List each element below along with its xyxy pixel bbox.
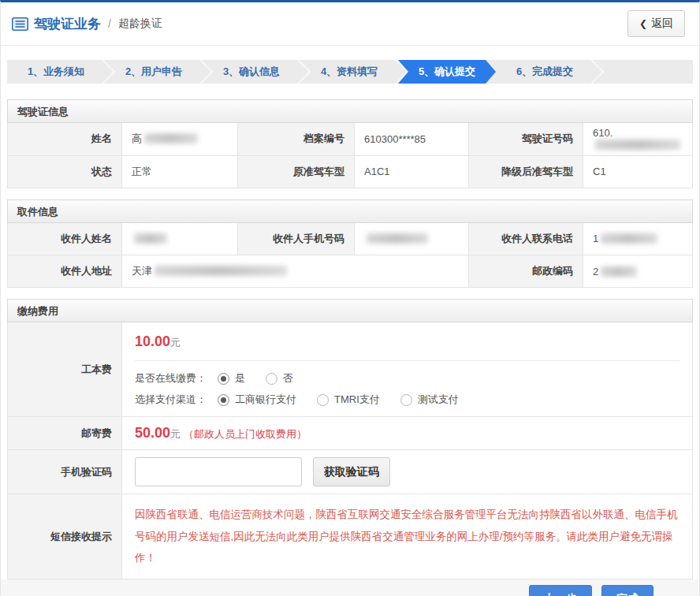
pickup-section-title: 取件信息 [7, 199, 693, 223]
sms-notice-row: 短信接收提示 因陕西省联通、电信运营商技术问题，陕西省互联网交通安全综合服务管理… [8, 494, 693, 579]
postage-fee-amount: 50.00 [135, 425, 170, 441]
postage-fee-unit: 元 [170, 428, 181, 440]
recipient-mobile-value [355, 223, 469, 255]
recipient-name-label: 收件人姓名 [8, 223, 122, 255]
license-info-table: 姓名 高 档案编号 610300****85 驾驶证号码 610. 状态 正常 … [7, 123, 693, 188]
redacted-recipient-name [134, 233, 167, 244]
page: 驾驶证业务 / 超龄换证 ❮ 返回 1、业务须知 2、用户申告 3、确认信息 4… [0, 0, 700, 596]
breadcrumb: 驾驶证业务 / 超龄换证 [12, 15, 162, 33]
online-pay-no-label: 否 [283, 371, 293, 386]
channel-test-option[interactable]: 测试支付 [400, 393, 459, 407]
back-button[interactable]: ❮ 返回 [627, 10, 685, 37]
pickup-info-table: 收件人姓名 收件人手机号码 收件人联系电话 1 收件人地址 天津 邮政编码 2 [7, 223, 693, 289]
online-pay-yes-option[interactable]: 是 [218, 371, 245, 386]
redacted-recipient-phone [601, 233, 657, 244]
postage-fee-row: 邮寄费 50.00元（邮政人员上门收取费用） [8, 417, 693, 450]
sms-code-cell: 获取验证码 [122, 450, 693, 494]
online-pay-yes-label: 是 [235, 371, 245, 386]
downgrade-class-value: C1 [583, 155, 693, 188]
tab-step-2[interactable]: 2、用户申告 [105, 60, 203, 84]
sms-code-row: 手机验证码 获取验证码 [8, 450, 693, 494]
postcode-label: 邮政编码 [469, 255, 583, 288]
postage-fee-label: 邮寄费 [8, 417, 122, 450]
postage-fee-note: （邮政人员上门收取费用） [184, 428, 307, 440]
radio-unchecked-icon[interactable] [317, 394, 329, 406]
production-fee-cell: 10.00元 是否在线缴费： 是 否 [122, 322, 693, 417]
sms-notice-label: 短信接收提示 [8, 494, 122, 579]
name-value: 高 [122, 123, 238, 155]
postage-fee-cell: 50.00元（邮政人员上门收取费用） [122, 417, 693, 450]
sms-notice-cell: 因陕西省联通、电信运营商技术问题，陕西省互联网交通安全综合服务管理平台无法向持陕… [122, 494, 693, 579]
license-no-label: 驾驶证号码 [469, 123, 583, 155]
sms-notice-text: 因陕西省联通、电信运营商技术问题，陕西省互联网交通安全综合服务管理平台无法向持陕… [135, 504, 678, 569]
table-row: 状态 正常 原准驾车型 A1C1 降级后准驾车型 C1 [8, 155, 693, 188]
tab-step-4[interactable]: 4、资料填写 [300, 60, 398, 84]
footer-action-bar: 上一步 完成 [1, 579, 699, 596]
sms-code-input[interactable] [135, 457, 302, 486]
redacted-postcode [601, 266, 637, 277]
radio-checked-icon[interactable] [218, 373, 229, 385]
redacted-recipient-address [155, 266, 287, 276]
recipient-phone-label: 收件人联系电话 [469, 223, 583, 255]
recipient-address-value: 天津 [122, 255, 469, 288]
recipient-address-label: 收件人地址 [8, 255, 122, 288]
redacted-license-no [595, 140, 680, 150]
pay-channel-caption: 选择支付渠道： [135, 393, 207, 407]
radio-checked-icon[interactable] [218, 394, 229, 406]
file-no-label: 档案编号 [238, 123, 355, 155]
business-list-icon [12, 17, 28, 31]
table-row: 姓名 高 档案编号 610300****85 驾驶证号码 610. [8, 123, 693, 155]
pickup-info-section: 取件信息 收件人姓名 收件人手机号码 收件人联系电话 1 收件人地址 天津 邮政… [7, 199, 693, 289]
production-fee-unit: 元 [170, 337, 181, 348]
sms-code-label: 手机验证码 [8, 450, 122, 494]
page-title: 驾驶证业务 [34, 15, 101, 33]
table-row: 收件人姓名 收件人手机号码 收件人联系电话 1 [8, 223, 693, 255]
fee-section: 缴纳费用 工本费 10.00元 是否在线缴费： 是 [7, 299, 693, 579]
tab-step-5-active[interactable]: 5、确认提交 [398, 60, 496, 84]
online-pay-line: 是否在线缴费： 是 否 [135, 371, 680, 386]
channel-icbc-label: 工商银行支付 [235, 393, 296, 407]
recipient-phone-value: 1 [583, 223, 693, 255]
pay-channel-line: 选择支付渠道： 工商银行支付 TMRI支付 测试支付 [135, 393, 680, 407]
page-subtitle: 超龄换证 [118, 17, 162, 31]
step-tabs: 1、业务须知 2、用户申告 3、确认信息 4、资料填写 5、确认提交 6、完成提… [7, 60, 693, 84]
table-row: 收件人地址 天津 邮政编码 2 [8, 255, 693, 288]
prev-step-button[interactable]: 上一步 [529, 585, 592, 596]
tab-step-6[interactable]: 6、完成提交 [496, 60, 594, 84]
status-value: 正常 [122, 155, 238, 188]
online-pay-no-option[interactable]: 否 [266, 371, 293, 386]
channel-tmri-option[interactable]: TMRI支付 [317, 393, 380, 407]
channel-test-label: 测试支付 [418, 393, 459, 407]
postcode-value: 2 [583, 255, 693, 288]
finish-button[interactable]: 完成 [601, 585, 653, 596]
divider [135, 360, 680, 361]
production-fee-row: 工本费 10.00元 是否在线缴费： 是 否 [8, 322, 693, 417]
recipient-name-value [122, 223, 238, 255]
downgrade-class-label: 降级后准驾车型 [469, 155, 583, 188]
license-section-title: 驾驶证信息 [7, 99, 693, 123]
breadcrumb-separator: / [108, 17, 111, 30]
orig-class-label: 原准驾车型 [238, 155, 355, 188]
license-info-section: 驾驶证信息 姓名 高 档案编号 610300****85 驾驶证号码 610. … [7, 99, 693, 188]
production-fee-label: 工本费 [8, 322, 122, 417]
fee-section-title: 缴纳费用 [7, 299, 693, 322]
recipient-mobile-label: 收件人手机号码 [238, 223, 355, 255]
fee-table: 工本费 10.00元 是否在线缴费： 是 否 [7, 322, 693, 579]
tab-step-3[interactable]: 3、确认信息 [203, 60, 300, 84]
online-pay-caption: 是否在线缴费： [135, 371, 207, 386]
tab-step-1[interactable]: 1、业务须知 [7, 60, 105, 84]
redacted-recipient-mobile [367, 233, 428, 244]
production-fee-amount: 10.00 [135, 333, 170, 349]
name-label: 姓名 [8, 123, 122, 155]
status-label: 状态 [8, 155, 122, 188]
chevron-left-icon: ❮ [639, 18, 647, 29]
file-no-value: 610300****85 [355, 123, 469, 155]
radio-unchecked-icon[interactable] [266, 373, 277, 385]
radio-unchecked-icon[interactable] [400, 394, 412, 406]
license-no-value: 610. [583, 123, 693, 155]
redacted-name [144, 133, 198, 143]
get-code-button[interactable]: 获取验证码 [313, 457, 390, 486]
channel-icbc-option[interactable]: 工商银行支付 [218, 393, 296, 407]
page-header: 驾驶证业务 / 超龄换证 ❮ 返回 [1, 2, 699, 46]
orig-class-value: A1C1 [355, 155, 469, 188]
